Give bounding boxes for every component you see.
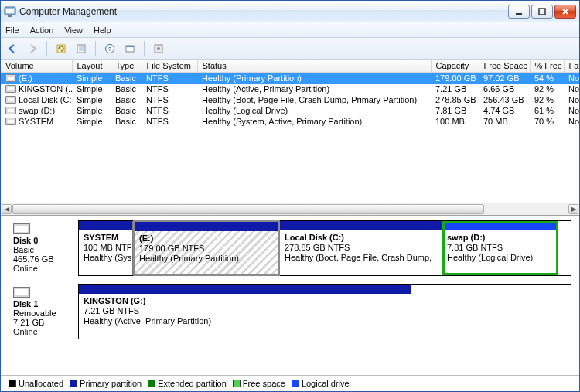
table-row[interactable]: Local Disk (C:)SimpleBasicNTFSHealthy (B… [1, 94, 579, 105]
volume-icon [5, 107, 16, 114]
menu-action[interactable]: Action [30, 26, 54, 35]
col-free[interactable]: Free Space [479, 60, 530, 73]
partition-color-bar [280, 221, 442, 230]
partition-color-bar [135, 222, 278, 231]
col-volume[interactable]: Volume [1, 60, 72, 73]
menu-help[interactable]: Help [94, 26, 111, 35]
column-headers[interactable]: Volume Layout Type File System Status Ca… [1, 60, 579, 73]
partition[interactable]: KINGSTON (G:)7.21 GB NTFSHealthy (Active… [79, 285, 411, 339]
table-row[interactable]: SYSTEMSimpleBasicNTFSHealthy (System, Ac… [1, 116, 579, 127]
svg-rect-2 [8, 15, 12, 17]
scroll-right-arrow[interactable]: ▶ [568, 204, 578, 214]
window-title: Computer Management [19, 6, 508, 17]
col-type[interactable]: Type [111, 60, 142, 73]
col-capacity[interactable]: Capacity [431, 60, 479, 73]
disk-map[interactable]: SYSTEM100 MB NTFHealthy (Sys(E:)179.00 G… [78, 220, 571, 276]
scroll-left-arrow[interactable]: ◀ [2, 204, 12, 214]
forward-button[interactable] [24, 40, 41, 57]
volume-icon [5, 118, 16, 125]
close-button[interactable] [554, 5, 576, 19]
volume-table[interactable]: Volume Layout Type File System Status Ca… [1, 60, 579, 127]
disk-map-panel: Disk 0Basic465.76 GBOnlineSYSTEM100 MB N… [1, 216, 579, 350]
disk-row: Disk 1Removable7.21 GBOnlineKINGSTON (G:… [9, 284, 571, 339]
svg-rect-3 [516, 13, 522, 15]
svg-rect-4 [539, 9, 545, 15]
properties-icon[interactable] [73, 40, 90, 57]
scroll-thumb[interactable] [12, 204, 484, 214]
partition-color-bar [442, 221, 558, 230]
disk-map[interactable]: KINGSTON (G:)7.21 GB NTFSHealthy (Active… [78, 284, 571, 339]
table-row[interactable]: KINGSTON (...SimpleBasicNTFSHealthy (Act… [1, 84, 579, 94]
toolbar: ? [1, 38, 579, 60]
col-fault[interactable]: Faul [564, 60, 579, 73]
svg-point-15 [157, 47, 160, 50]
partition[interactable]: Local Disk (C:)278.85 GB NTFSHealthy (Bo… [280, 221, 442, 275]
legend-extended: Extended partition [148, 379, 227, 388]
maximize-button[interactable] [531, 5, 553, 19]
svg-text:?: ? [108, 46, 112, 53]
menu-bar: File Action View Help [1, 22, 579, 38]
disk-label: Disk 1Removable7.21 GBOnline [9, 284, 78, 339]
col-pct[interactable]: % Free [530, 60, 564, 73]
partition[interactable]: (E:)179.00 GB NTFSHealthy (Primary Parti… [133, 220, 280, 276]
disk-icon [13, 287, 30, 298]
volume-icon [5, 96, 16, 104]
toolbar-separator [144, 41, 145, 56]
legend: Unallocated Primary partition Extended p… [1, 375, 579, 391]
settings-icon[interactable] [150, 40, 167, 57]
action-icon[interactable] [121, 40, 138, 57]
help-icon[interactable]: ? [101, 40, 118, 57]
back-button[interactable] [4, 40, 21, 57]
menu-view[interactable]: View [64, 26, 83, 35]
toolbar-separator [46, 41, 47, 56]
partition[interactable]: SYSTEM100 MB NTFHealthy (Sys [79, 221, 133, 275]
horizontal-scrollbar[interactable]: ◀ ▶ [1, 203, 579, 215]
title-bar: Computer Management [1, 1, 579, 22]
toolbar-separator [95, 41, 96, 56]
refresh-icon[interactable] [53, 40, 70, 57]
table-row[interactable]: (E:)SimpleBasicNTFSHealthy (Primary Part… [1, 73, 579, 84]
legend-logical: Logical drive [292, 379, 350, 388]
legend-free: Free space [233, 379, 285, 388]
partition-color-bar [79, 221, 132, 230]
volume-icon [5, 74, 16, 82]
volume-icon [5, 85, 16, 93]
col-fs[interactable]: File System [142, 60, 197, 73]
disk-label: Disk 0Basic465.76 GBOnline [9, 220, 78, 276]
menu-file[interactable]: File [5, 26, 19, 35]
disk-row: Disk 0Basic465.76 GBOnlineSYSTEM100 MB N… [9, 220, 571, 276]
partition[interactable]: swap (D:)7.81 GB NTFSHealthy (Logical Dr… [442, 221, 558, 275]
app-icon [4, 5, 16, 18]
legend-unallocated: Unallocated [9, 379, 63, 388]
table-row[interactable]: swap (D:)SimpleBasicNTFSHealthy (Logical… [1, 105, 579, 116]
svg-rect-13 [126, 46, 134, 47]
col-layout[interactable]: Layout [72, 60, 111, 73]
disk-icon [13, 223, 30, 234]
minimize-button[interactable] [508, 5, 530, 19]
col-status[interactable]: Status [197, 60, 431, 73]
volume-list-panel: Volume Layout Type File System Status Ca… [1, 60, 579, 216]
partition-color-bar [79, 285, 411, 294]
legend-primary: Primary partition [70, 379, 142, 388]
svg-rect-1 [6, 9, 14, 13]
